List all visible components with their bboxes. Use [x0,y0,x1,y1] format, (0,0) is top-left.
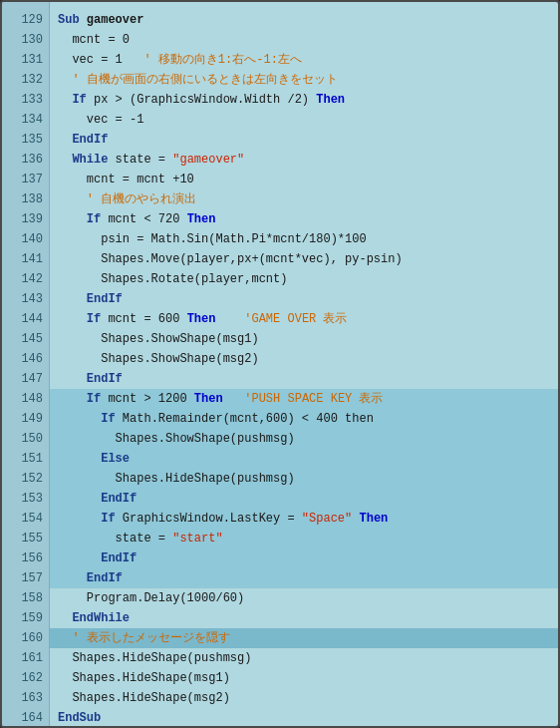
token-plain [58,409,101,429]
code-line: EndIf [50,130,558,150]
token-plain [58,309,87,329]
line-number: 151 [2,449,49,469]
line-number: 150 [2,429,49,449]
token-plain: Shapes.ShowShape(pushmsg) [58,429,295,449]
code-line: Else [50,449,558,469]
token-kw: EndIf [58,130,108,150]
line-number: 157 [2,568,49,588]
code-line: EndWhile [50,608,558,628]
code-line: Shapes.HideShape(msg1) [50,668,558,688]
token-plain: Shapes.HideShape(msg2) [58,688,230,708]
code-line: EndIf [50,489,558,509]
token-kw: If [87,389,101,409]
token-kw: EndSub [58,708,101,726]
code-line: ' 自機が画面の右側にいるときは左向きをセット [50,70,558,90]
token-plain [215,309,244,329]
line-number: 159 [2,608,49,628]
token-plain: mcnt > 1200 [101,389,194,409]
token-plain: mcnt = mcnt +10 [58,170,194,189]
token-plain [58,209,87,229]
token-plain: px > (GraphicsWindow.Width /2) [87,90,316,110]
line-number: 146 [2,349,49,369]
line-number: 137 [2,170,49,189]
token-str: "gameover" [172,150,244,170]
token-plain: Program.Delay(1000/60) [58,588,244,608]
line-number: 145 [2,329,49,349]
line-number: 153 [2,489,49,509]
token-comment: ' 自機が画面の右側にいるときは左向きをセット [58,70,338,90]
token-plain: Shapes.ShowShape(msg2) [58,349,259,369]
line-number: 152 [2,469,49,489]
line-number: 160 [2,628,49,648]
line-number: 164 [2,708,49,726]
line-number: 149 [2,409,49,429]
line-number: 138 [2,189,49,209]
code-content[interactable]: Sub gameover mcnt = 0 vec = 1 ' 移動の向き1:右… [50,2,558,726]
token-kw2: Then [194,389,223,409]
code-line: If px > (GraphicsWindow.Width /2) Then [50,90,558,110]
code-line: vec = 1 ' 移動の向き1:右へ-1:左へ [50,50,558,70]
code-line: EndIf [50,289,558,309]
code-line: mcnt = mcnt +10 [50,170,558,189]
token-plain: vec = -1 [58,110,143,130]
code-line: EndSub [50,708,558,726]
token-kw: EndWhile [58,608,130,628]
token-plain: Shapes.Rotate(player,mcnt) [58,269,287,289]
line-number: 130 [2,30,49,50]
code-area: 1291301311321331341351361371381391401411… [2,2,558,726]
token-plain: mcnt = 0 [58,30,130,50]
token-kw: If [101,509,115,529]
token-plain: state = [58,529,172,548]
token-plain: state = [108,150,172,170]
code-line: state = "start" [50,529,558,548]
line-number: 134 [2,110,49,130]
token-kw2: Then [359,509,388,529]
line-number: 162 [2,668,49,688]
code-line: mcnt = 0 [50,30,558,50]
line-number: 156 [2,548,49,568]
line-number: 144 [2,309,49,329]
token-plain [58,90,72,110]
code-line: If Math.Remainder(mcnt,600) < 400 then [50,409,558,429]
token-kw: If [87,209,101,229]
token-plain: Shapes.Move(player,px+(mcnt*vec), py-psi… [58,249,403,269]
token-plain: then [345,409,374,429]
token-sub-name: gameover [87,10,144,30]
code-line: EndIf [50,568,558,588]
line-number: 161 [2,648,49,668]
line-number: 143 [2,289,49,309]
token-kw2: Then [187,309,216,329]
token-kw: EndIf [58,568,123,588]
token-plain [58,389,87,409]
line-number: 129 [2,10,49,30]
token-plain: mcnt < 720 [101,209,186,229]
token-kw2: Then [187,209,216,229]
code-line: Shapes.ShowShape(msg2) [50,349,558,369]
token-kw: If [101,409,115,429]
token-kw: Sub [58,10,87,30]
token-str: "start" [172,529,222,548]
token-comment: ' 自機のやられ演出 [58,189,196,209]
token-kw: EndIf [58,369,123,389]
line-numbers: 1291301311321331341351361371381391401411… [2,2,50,726]
editor-container: 1291301311321331341351361371381391401411… [0,0,560,728]
token-kw: While [58,150,108,170]
token-kw: EndIf [58,548,137,568]
code-line: If GraphicsWindow.LastKey = "Space" Then [50,509,558,529]
line-number: 158 [2,588,49,608]
line-number: 136 [2,150,49,170]
code-line: EndIf [50,548,558,568]
token-plain: GraphicsWindow.LastKey = [116,509,302,529]
token-plain: Shapes.HideShape(pushmsg) [58,469,295,489]
token-kw2: Then [316,90,345,110]
token-plain: Shapes.ShowShape(msg1) [58,329,259,349]
line-number: 142 [2,269,49,289]
token-plain: vec = 1 [58,50,143,70]
code-line: Sub gameover [50,10,558,30]
token-plain: mcnt = 600 [101,309,186,329]
token-kw: Else [58,449,130,469]
line-number: 147 [2,369,49,389]
token-plain [58,509,101,529]
code-line: While state = "gameover" [50,150,558,170]
line-number: 131 [2,50,49,70]
